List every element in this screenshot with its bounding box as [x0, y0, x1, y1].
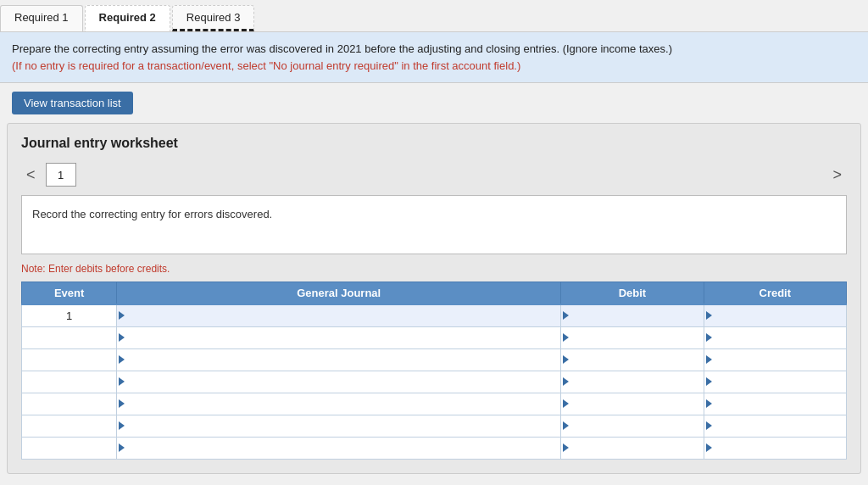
instruction-main-text: Prepare the correcting entry assuming th…	[12, 42, 672, 55]
col-header-debit: Debit	[561, 282, 704, 305]
credit-cell[interactable]	[704, 348, 846, 371]
instruction-sub-text: (If no entry is required for a transacti…	[12, 59, 520, 72]
event-cell	[22, 371, 117, 393]
debit-input[interactable]	[561, 327, 703, 348]
page-number: 1	[58, 169, 64, 181]
worksheet-container: Journal entry worksheet < 1 > Record the…	[7, 123, 861, 474]
credit-cell[interactable]	[704, 437, 846, 459]
event-cell: 1	[22, 304, 117, 326]
general-journal-cell[interactable]	[117, 393, 561, 415]
event-cell	[22, 437, 117, 459]
table-row: 1	[22, 304, 847, 326]
debit-input[interactable]	[561, 371, 703, 393]
note-text: Note: Enter debits before credits.	[21, 263, 847, 275]
table-row	[22, 371, 847, 393]
debit-cell[interactable]	[561, 415, 704, 437]
debit-cell[interactable]	[561, 304, 704, 326]
debit-cell[interactable]	[561, 371, 704, 393]
general-journal-input[interactable]	[117, 415, 560, 437]
general-journal-input[interactable]	[117, 349, 560, 371]
general-journal-cell[interactable]	[117, 415, 561, 437]
next-arrow[interactable]: >	[827, 164, 847, 186]
debit-input[interactable]	[561, 438, 703, 459]
general-journal-input[interactable]	[117, 371, 560, 393]
prev-arrow[interactable]: <	[21, 164, 41, 186]
credit-cell[interactable]	[704, 304, 846, 326]
col-header-event: Event	[22, 282, 117, 305]
credit-cell[interactable]	[704, 415, 846, 437]
tabs-bar: Required 1 Required 2 Required 3	[0, 0, 868, 32]
nav-row: < 1 >	[21, 163, 847, 187]
general-journal-cell[interactable]	[117, 326, 561, 348]
table-row	[22, 348, 847, 371]
debit-cell[interactable]	[561, 348, 704, 371]
worksheet-title: Journal entry worksheet	[21, 136, 847, 151]
general-journal-input[interactable]	[117, 305, 560, 326]
journal-table: Event General Journal Debit Credit 1	[21, 282, 847, 460]
general-journal-cell[interactable]	[117, 371, 561, 393]
view-transaction-list-button[interactable]: View transaction list	[12, 92, 133, 114]
col-header-gj: General Journal	[117, 282, 561, 305]
col-header-credit: Credit	[704, 282, 846, 305]
record-description-text: Record the correcting entry for errors d…	[32, 208, 272, 220]
credit-cell[interactable]	[704, 326, 846, 348]
general-journal-input[interactable]	[117, 438, 560, 459]
general-journal-input[interactable]	[117, 327, 560, 348]
debit-input[interactable]	[561, 305, 703, 326]
event-cell	[22, 326, 117, 348]
tab-required3[interactable]: Required 3	[172, 5, 255, 31]
credit-input[interactable]	[704, 371, 846, 393]
general-journal-input[interactable]	[117, 393, 560, 415]
event-cell	[22, 415, 117, 437]
record-description-box: Record the correcting entry for errors d…	[21, 195, 847, 254]
credit-input[interactable]	[704, 327, 846, 348]
credit-input[interactable]	[704, 438, 846, 459]
credit-cell[interactable]	[704, 393, 846, 415]
tab-required2[interactable]: Required 2	[85, 5, 170, 31]
credit-input[interactable]	[704, 305, 846, 326]
debit-input[interactable]	[561, 393, 703, 415]
debit-cell[interactable]	[561, 326, 704, 348]
debit-cell[interactable]	[561, 393, 704, 415]
debit-input[interactable]	[561, 349, 703, 371]
table-row	[22, 415, 847, 437]
debit-cell[interactable]	[561, 437, 704, 459]
credit-input[interactable]	[704, 415, 846, 437]
event-cell	[22, 393, 117, 415]
table-row	[22, 393, 847, 415]
tab-required1[interactable]: Required 1	[0, 5, 83, 31]
general-journal-cell[interactable]	[117, 437, 561, 459]
credit-input[interactable]	[704, 349, 846, 371]
credit-cell[interactable]	[704, 371, 846, 393]
debit-input[interactable]	[561, 415, 703, 437]
general-journal-cell[interactable]	[117, 304, 561, 326]
credit-input[interactable]	[704, 393, 846, 415]
table-row	[22, 437, 847, 459]
event-cell	[22, 348, 117, 371]
instruction-box: Prepare the correcting entry assuming th…	[0, 32, 868, 83]
table-row	[22, 326, 847, 348]
general-journal-cell[interactable]	[117, 348, 561, 371]
page-number-box: 1	[46, 163, 76, 187]
